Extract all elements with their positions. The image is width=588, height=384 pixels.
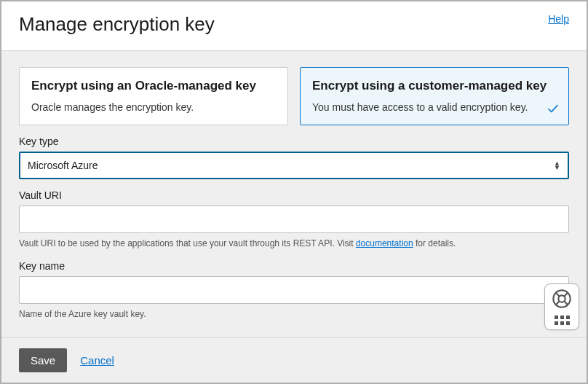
key-name-group: Key name Name of the Azure key vault key…	[19, 260, 569, 321]
dialog-header: Manage encryption key Help	[1, 1, 587, 51]
vault-uri-label: Vault URI	[19, 189, 569, 201]
page-title: Manage encryption key	[19, 13, 215, 36]
option-customer-desc: You must have access to a valid encrypti…	[312, 101, 557, 113]
vault-uri-helper-suffix: for details.	[413, 238, 456, 248]
apps-grid-icon[interactable]	[555, 316, 570, 325]
vault-uri-input[interactable]	[19, 205, 569, 233]
option-oracle-title: Encrypt using an Oracle-managed key	[31, 78, 276, 94]
lifering-icon[interactable]	[552, 289, 572, 311]
checkmark-icon	[547, 102, 560, 117]
svg-line-2	[556, 293, 560, 297]
svg-line-5	[564, 301, 568, 305]
key-type-label: Key type	[19, 136, 569, 147]
vault-uri-group: Vault URI Vault URI to be used by the ap…	[19, 189, 569, 250]
dialog-body: Encrypt using an Oracle-managed key Orac…	[1, 51, 587, 337]
key-name-label: Key name	[19, 260, 569, 272]
documentation-link[interactable]: documentation	[356, 238, 413, 248]
key-name-helper: Name of the Azure key vault key.	[19, 308, 569, 321]
option-oracle-desc: Oracle manages the encryption key.	[31, 101, 276, 113]
svg-line-3	[564, 293, 568, 297]
dialog-manage-encryption-key: Manage encryption key Help Encrypt using…	[0, 0, 588, 384]
key-name-input[interactable]	[19, 276, 569, 304]
option-customer-title: Encrypt using a customer-managed key	[312, 78, 557, 94]
cancel-button[interactable]: Cancel	[80, 354, 114, 367]
key-type-group: Key type Microsoft Azure ▲▼	[19, 136, 569, 179]
option-customer-managed[interactable]: Encrypt using a customer-managed key You…	[300, 67, 569, 125]
select-arrows-icon: ▲▼	[554, 161, 560, 170]
key-type-select[interactable]: Microsoft Azure ▲▼	[19, 152, 569, 179]
vault-uri-helper-prefix: Vault URI to be used by the applications…	[19, 238, 356, 248]
save-button[interactable]: Save	[19, 348, 67, 372]
vault-uri-helper: Vault URI to be used by the applications…	[19, 238, 569, 250]
dialog-footer: Save Cancel	[1, 337, 587, 383]
encryption-option-cards: Encrypt using an Oracle-managed key Orac…	[19, 67, 569, 125]
svg-line-4	[556, 301, 560, 305]
help-link[interactable]: Help	[548, 13, 569, 25]
option-oracle-managed[interactable]: Encrypt using an Oracle-managed key Orac…	[19, 67, 288, 125]
svg-point-1	[558, 295, 565, 302]
floating-help-panel	[544, 283, 579, 330]
svg-point-0	[553, 290, 570, 307]
key-type-value: Microsoft Azure	[28, 160, 98, 171]
